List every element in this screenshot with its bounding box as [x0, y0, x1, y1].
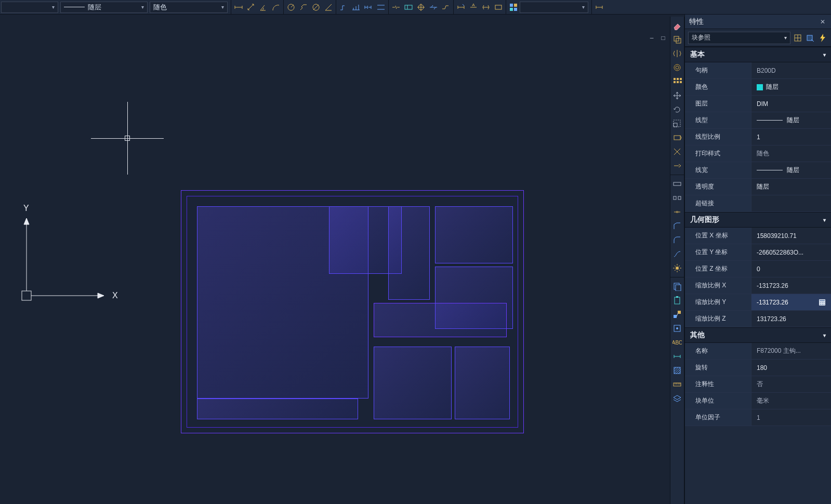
- prop-value-scalez[interactable]: 131723.26: [751, 311, 831, 327]
- extend-icon[interactable]: [671, 159, 683, 173]
- hatch-icon[interactable]: [671, 364, 683, 377]
- viewport-minimize-button[interactable]: –: [648, 34, 655, 42]
- prop-value-posx[interactable]: 158039210.71: [751, 228, 831, 244]
- explode-icon[interactable]: [671, 261, 683, 275]
- dim-angular-icon[interactable]: [257, 1, 270, 14]
- pim-toggle-icon[interactable]: [793, 33, 803, 43]
- section-header-other[interactable]: 其他 ▾: [685, 327, 831, 343]
- paste-block-icon[interactable]: [671, 322, 683, 335]
- prop-value-annotative[interactable]: 否: [751, 376, 831, 392]
- array-icon[interactable]: [671, 75, 683, 88]
- copy-icon[interactable]: [671, 33, 683, 46]
- dim-aligned-icon[interactable]: [245, 1, 257, 14]
- svg-rect-7: [514, 4, 517, 7]
- erase-icon[interactable]: [671, 19, 683, 32]
- close-icon[interactable]: ✕: [819, 18, 827, 26]
- chamfer-icon[interactable]: [671, 219, 683, 233]
- prop-value-blockunit[interactable]: 毫米: [751, 393, 831, 409]
- offset-icon[interactable]: [671, 61, 683, 74]
- dim-text-edit-icon[interactable]: A: [467, 1, 480, 14]
- break-icon[interactable]: [671, 177, 683, 191]
- inspection-icon[interactable]: [427, 1, 440, 14]
- jog-line-icon[interactable]: [440, 1, 452, 14]
- prop-row-posx: 位置 X 坐标158039210.71: [685, 228, 831, 244]
- prop-value-color[interactable]: 随层: [751, 79, 831, 95]
- viewport-maximize-button[interactable]: □: [659, 34, 667, 42]
- mirror-icon[interactable]: [671, 47, 683, 60]
- dim-override-icon[interactable]: [492, 1, 505, 14]
- prop-value-transparency[interactable]: 随层: [751, 179, 831, 195]
- svg-point-37: [676, 327, 678, 329]
- dim-reassoc-icon[interactable]: [593, 1, 605, 14]
- paste-icon[interactable]: [671, 294, 683, 307]
- svg-rect-20: [674, 81, 676, 83]
- dim-ordinate-icon[interactable]: [337, 1, 350, 14]
- move-icon[interactable]: [671, 89, 683, 102]
- prop-row-posz: 位置 Z 坐标0: [685, 261, 831, 277]
- object-type-dropdown[interactable]: 块参照 ▾: [688, 32, 790, 44]
- quick-properties-icon[interactable]: [817, 33, 828, 43]
- linetype-dropdown[interactable]: 随层 ▾: [60, 2, 148, 13]
- svg-rect-5: [495, 5, 502, 9]
- calculator-icon[interactable]: [817, 298, 827, 307]
- trim-icon[interactable]: [671, 145, 683, 158]
- prop-value-posz[interactable]: 0: [751, 261, 831, 277]
- prop-value-linetype[interactable]: 随层: [751, 112, 831, 128]
- prop-value-unitfactor[interactable]: 1: [751, 409, 831, 426]
- prop-value-hyperlink[interactable]: [751, 195, 831, 211]
- layer-icon[interactable]: [671, 392, 683, 405]
- prop-value-ltscale[interactable]: 1: [751, 129, 831, 145]
- dim-continue-icon[interactable]: [362, 1, 375, 14]
- section-header-basic[interactable]: 基本 ▾: [685, 47, 831, 62]
- color-dropdown[interactable]: 随色 ▾: [150, 2, 228, 13]
- prop-value-posy[interactable]: -2660522863O...: [751, 244, 831, 260]
- dim-baseline-icon[interactable]: [350, 1, 362, 14]
- dim-angular2-icon[interactable]: [322, 1, 335, 14]
- measure-icon[interactable]: [671, 378, 683, 391]
- dimstyle-dropdown[interactable]: ▾: [520, 2, 588, 13]
- prop-row-blockunit: 块单位毫米: [685, 393, 831, 409]
- prop-value-rotation[interactable]: 180: [751, 360, 831, 376]
- stretch-icon[interactable]: [671, 131, 683, 144]
- prop-value-layer[interactable]: DIM: [751, 96, 831, 112]
- svg-rect-28: [678, 196, 681, 200]
- prop-row-unitfactor: 单位因子1: [685, 409, 831, 426]
- layer-dropdown[interactable]: ▾: [1, 2, 58, 13]
- section-header-geometry[interactable]: 几何图形 ▾: [685, 212, 831, 228]
- dim-update-icon[interactable]: [480, 1, 492, 14]
- blend-icon[interactable]: [671, 247, 683, 261]
- dim-jogged-icon[interactable]: [297, 1, 310, 14]
- center-mark-icon[interactable]: [415, 1, 427, 14]
- top-toolbar: ▾ 随层 ▾ 随色 ▾ A ▾: [0, 0, 831, 15]
- dim-radius-icon[interactable]: [285, 1, 297, 14]
- prop-value-name[interactable]: F872000 主钩...: [751, 343, 831, 359]
- dim-space-icon[interactable]: [375, 1, 387, 14]
- break-at-point-icon[interactable]: [671, 191, 683, 205]
- copy-clip-icon[interactable]: [671, 280, 683, 293]
- fillet-icon[interactable]: [671, 233, 683, 247]
- prop-value-scaley[interactable]: -131723.26: [751, 294, 831, 310]
- section-title: 其他: [690, 330, 705, 340]
- join-icon[interactable]: [671, 205, 683, 219]
- dimstyle-manager-icon[interactable]: [507, 1, 520, 14]
- scale-icon[interactable]: [671, 117, 683, 130]
- rotate-icon[interactable]: [671, 103, 683, 116]
- dim-break-icon[interactable]: [390, 1, 402, 14]
- prop-value-plotstyle[interactable]: 随色: [751, 145, 831, 162]
- properties-title: 特性: [689, 17, 819, 26]
- text-icon[interactable]: ABC: [671, 336, 683, 349]
- tolerance-icon[interactable]: [402, 1, 415, 14]
- dim-diameter-icon[interactable]: [310, 1, 322, 14]
- match-icon[interactable]: [671, 308, 683, 321]
- prop-value-lineweight[interactable]: 随层: [751, 162, 831, 178]
- dim-style-icon[interactable]: [671, 350, 683, 363]
- prop-value-scalex[interactable]: -131723.26: [751, 277, 831, 294]
- dim-linear-icon[interactable]: [232, 1, 245, 14]
- prop-value-handle[interactable]: B200D: [751, 62, 831, 78]
- dim-edit-icon[interactable]: [455, 1, 467, 14]
- quick-select-icon[interactable]: [805, 33, 815, 43]
- dim-arc-icon[interactable]: [270, 1, 282, 14]
- svg-rect-9: [514, 8, 517, 11]
- model-viewport[interactable]: – □ × X Y: [0, 15, 684, 504]
- svg-rect-23: [674, 123, 677, 127]
